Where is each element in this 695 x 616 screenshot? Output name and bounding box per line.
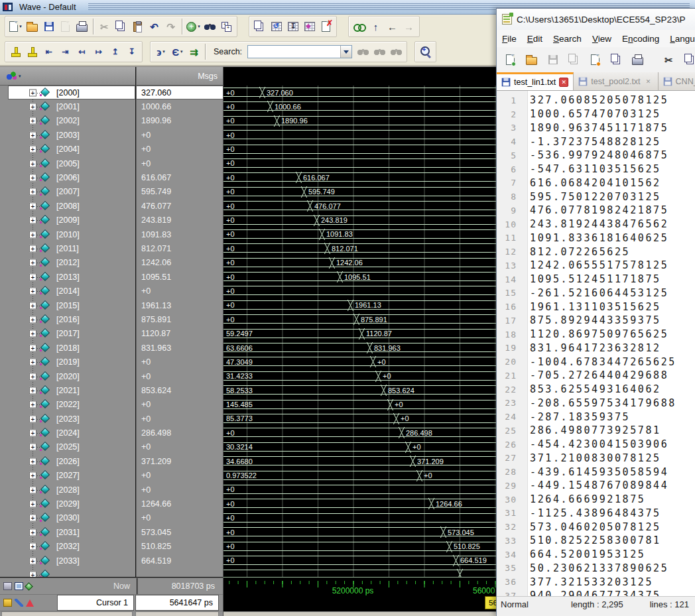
search-combo[interactable] (247, 45, 352, 58)
waveform-row[interactable]: +0 (223, 511, 501, 525)
waveform-h-scrollbar[interactable] (223, 611, 501, 616)
expand-toggle[interactable]: + (29, 472, 36, 479)
close-tab-icon[interactable]: ✕ (559, 78, 568, 87)
signal-row[interactable]: +[2023] (0, 412, 135, 426)
signal-row[interactable]: +[2000] (0, 86, 135, 99)
expand-toggle[interactable]: + (29, 217, 36, 224)
signal-row[interactable]: +[2011] (0, 241, 135, 255)
signal-value[interactable]: +0 (137, 128, 223, 142)
previous-edge-button[interactable]: ↥ (107, 43, 123, 60)
expand-event-button[interactable]: ⇉ (186, 43, 202, 60)
copy-button[interactable] (113, 18, 129, 35)
find-button[interactable] (202, 18, 218, 35)
signal-row[interactable]: +[2001] (0, 99, 135, 113)
print-button[interactable] (630, 51, 645, 68)
wave-filter-icon[interactable] (7, 72, 17, 80)
waveform-pane[interactable]: +0327.060+01000.66+01890.96+0+0+0+0616.0… (223, 67, 501, 616)
expand-toggle[interactable]: + (29, 174, 36, 182)
expand-toggle[interactable]: + (29, 245, 36, 252)
navigate-back-button[interactable]: ← (385, 18, 400, 35)
find-last-transition-button[interactable]: ⇥ (58, 43, 73, 60)
expand-toggle[interactable]: + (29, 387, 36, 394)
next-transition-button[interactable]: ↦ (91, 43, 106, 60)
signal-value[interactable]: 812.071 (137, 241, 223, 255)
signal-value[interactable]: +0 (137, 369, 223, 383)
cursor-value[interactable]: 5641647 ps (135, 595, 219, 611)
signal-row[interactable]: +[2022] (0, 398, 135, 412)
waveform-rows[interactable]: +0327.060+01000.66+01890.96+0+0+0+0616.0… (223, 86, 501, 577)
expand-toggle[interactable]: + (29, 146, 36, 153)
expand-toggle[interactable]: + (29, 288, 36, 295)
undo-button[interactable]: ↶ (147, 18, 162, 35)
menu-view[interactable]: View (587, 32, 617, 46)
expand-toggle[interactable]: + (29, 231, 36, 238)
waveform-row[interactable]: +0510.825 (223, 540, 501, 554)
expand-toggle[interactable]: + (29, 373, 36, 380)
warning-mini-icon[interactable] (26, 599, 34, 607)
editor-line[interactable]: 1327.06085205078125 (497, 93, 695, 107)
editor-line[interactable]: 37940.2904677734375 (497, 589, 695, 596)
signal-value[interactable]: 243.819 (137, 214, 223, 227)
search-forward-button[interactable] (372, 43, 387, 60)
editor-line[interactable]: 10243.81924438476562 (497, 217, 695, 231)
waveform-row[interactable]: 0.973522+0 (223, 469, 501, 483)
signal-value[interactable]: +0 (137, 440, 223, 454)
waveform-row[interactable]: +0243.819 (223, 214, 501, 227)
signal-row[interactable]: +[2019] (0, 355, 135, 369)
expand-toggle[interactable]: + (29, 131, 36, 139)
printer-mini-icon[interactable] (3, 582, 12, 590)
signal-row[interactable]: +[2016] (0, 312, 135, 326)
waveform-row[interactable]: +0812.071 (223, 241, 501, 255)
signal-row[interactable]: +[2029] (0, 497, 135, 511)
signal-value[interactable]: +0 (137, 412, 223, 426)
waveform-row[interactable]: +0875.891 (223, 312, 501, 326)
add-wave-button[interactable]: +▾ (186, 18, 201, 35)
editor-line[interactable]: 141095.512451171875 (497, 273, 695, 286)
waveform-row[interactable]: +01264.66 (223, 497, 501, 511)
signal-value[interactable]: 1242.06 (137, 256, 223, 270)
signal-value[interactable]: 853.624 (137, 383, 223, 397)
waveform-row[interactable]: +01095.51 (223, 270, 501, 284)
run-all-button[interactable]: ◆ (302, 18, 317, 35)
expand-toggle[interactable]: + (29, 444, 36, 451)
reload-button[interactable] (58, 18, 73, 35)
cut-button[interactable]: ✂ (661, 51, 676, 68)
editor-line[interactable]: 31890.9637451171875 (497, 121, 695, 135)
search-dropdown-button[interactable] (340, 46, 351, 58)
signal-value[interactable]: 1095.51 (137, 270, 223, 284)
signal-row[interactable]: +[2024] (0, 426, 135, 440)
editor-line[interactable]: 9476.07781982421875 (497, 204, 695, 217)
editor-line[interactable]: 32573.0460205078125 (497, 520, 695, 534)
editor-line[interactable]: 29-449.1548767089844 (497, 479, 695, 493)
signal-row[interactable]: +[2015] (0, 298, 135, 312)
expand-toggle[interactable]: + (29, 543, 36, 550)
save-button[interactable] (41, 18, 56, 35)
expand-toggle[interactable]: + (29, 458, 36, 465)
expand-toggle[interactable]: + (29, 557, 36, 564)
signal-row[interactable]: +[2004] (0, 143, 135, 156)
values-column-header[interactable]: Msgs (135, 67, 223, 86)
waveform-row[interactable]: +01000.66 (223, 99, 501, 113)
next-edge-button[interactable]: ↧ (124, 43, 139, 60)
expand-toggle[interactable]: + (29, 401, 36, 408)
cursor-track[interactable]: 56 (223, 595, 501, 611)
chevron-down-icon[interactable]: ▾ (198, 24, 200, 29)
print-button[interactable] (74, 18, 90, 35)
waveform-row[interactable]: 47.3049+0 (223, 355, 501, 369)
expand-toggle[interactable]: + (29, 188, 36, 196)
editor-line[interactable]: 34664.52001953125 (497, 548, 695, 562)
expand-toggle[interactable]: + (29, 415, 36, 422)
editor-line[interactable]: 301264.6669921875 (497, 493, 695, 507)
signal-value[interactable]: 573.045 (137, 525, 223, 539)
previous-transition-button[interactable]: ↤ (74, 43, 90, 60)
editor-line[interactable]: 12812.072265625 (497, 245, 695, 259)
signal-value[interactable]: 664.519 (137, 554, 223, 568)
diamond-mini-icon[interactable] (25, 582, 33, 591)
signal-value[interactable]: +0 (137, 143, 223, 156)
signal-value[interactable]: +0 (137, 398, 223, 412)
waveform-row[interactable]: 59.24971120.87 (223, 327, 501, 341)
signal-row[interactable]: +[2020] (0, 369, 135, 383)
editor-line[interactable]: 36377.321533203125 (497, 575, 695, 589)
waveform-row[interactable]: +0 (223, 143, 501, 156)
save-all-button[interactable] (566, 51, 582, 68)
